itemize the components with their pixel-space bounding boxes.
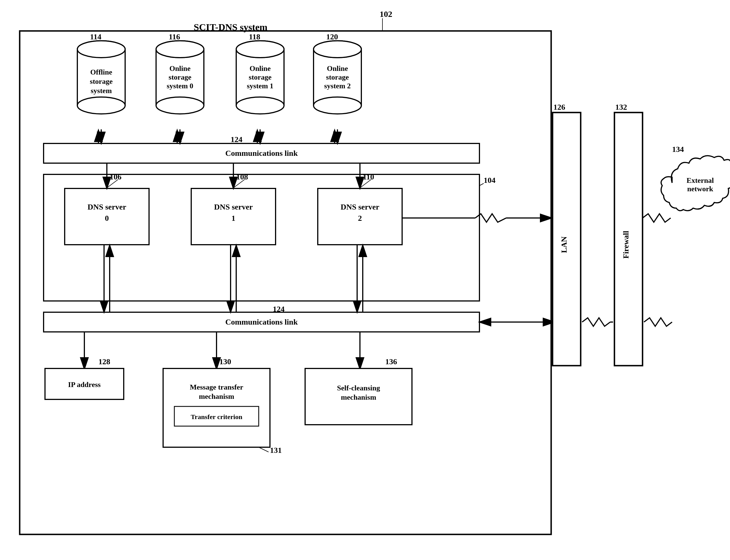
svg-text:116: 116 [169, 32, 180, 41]
svg-rect-109 [552, 113, 581, 366]
svg-text:102: 102 [379, 9, 392, 19]
svg-rect-22 [318, 188, 402, 245]
svg-rect-105 [305, 368, 412, 425]
svg-point-84 [314, 41, 362, 58]
svg-text:0: 0 [105, 214, 109, 222]
svg-text:110: 110 [363, 172, 374, 181]
svg-rect-100 [174, 406, 259, 426]
svg-rect-18 [191, 188, 276, 245]
svg-point-69 [156, 41, 204, 58]
svg-line-120 [360, 179, 371, 188]
svg-rect-94 [45, 368, 124, 399]
svg-text:DNS server: DNS server [87, 203, 126, 211]
title: SCIT-DNS system [0, 0, 0, 0]
svg-text:114: 114 [90, 32, 101, 41]
svg-text:storage: storage [249, 73, 272, 81]
svg-text:104: 104 [484, 176, 495, 185]
svg-text:DNS server: DNS server [214, 203, 253, 211]
svg-text:system: system [91, 87, 112, 95]
svg-text:Self-cleansing: Self-cleansing [337, 384, 380, 392]
svg-text:106: 106 [110, 172, 122, 181]
svg-line-104 [259, 447, 269, 452]
svg-rect-97 [163, 368, 270, 447]
svg-text:120: 120 [326, 32, 338, 41]
svg-point-74 [236, 41, 284, 58]
svg-text:126: 126 [553, 103, 565, 111]
svg-rect-8 [44, 143, 479, 163]
svg-text:network: network [687, 185, 713, 193]
svg-text:Transfer criterion: Transfer criterion [191, 413, 243, 420]
svg-text:system 2: system 2 [324, 82, 351, 90]
svg-line-119 [234, 179, 245, 188]
svg-text:Communications link: Communications link [225, 318, 298, 326]
svg-text:132: 132 [615, 103, 627, 111]
svg-point-53 [77, 41, 125, 58]
svg-text:Message transfer: Message transfer [190, 383, 243, 391]
svg-text:130: 130 [219, 357, 231, 366]
svg-text:LAN: LAN [560, 236, 568, 253]
svg-text:134: 134 [672, 145, 684, 154]
svg-text:124: 124 [231, 135, 243, 144]
svg-text:118: 118 [249, 32, 260, 41]
svg-text:136: 136 [385, 357, 397, 366]
svg-point-88 [314, 97, 362, 114]
svg-text:Online: Online [169, 64, 190, 73]
svg-point-64 [156, 41, 204, 58]
svg-line-121 [479, 183, 484, 186]
svg-point-59 [77, 41, 125, 58]
svg-line-118 [107, 179, 118, 188]
svg-rect-112 [614, 113, 643, 366]
svg-rect-14 [65, 188, 149, 245]
svg-text:108: 108 [236, 172, 248, 181]
svg-rect-12 [44, 174, 479, 301]
svg-text:mechanism: mechanism [341, 393, 376, 401]
svg-point-78 [236, 97, 284, 114]
svg-text:124: 124 [273, 305, 285, 313]
svg-text:131: 131 [270, 446, 282, 455]
svg-text:Communications link: Communications link [225, 149, 298, 158]
svg-text:Online: Online [250, 64, 271, 73]
svg-text:1: 1 [232, 214, 235, 222]
svg-text:Firewall: Firewall [621, 231, 630, 258]
svg-rect-26 [44, 312, 479, 332]
svg-text:External: External [687, 176, 714, 185]
svg-text:storage: storage [169, 73, 192, 81]
svg-text:SCIT-DNS system: SCIT-DNS system [194, 22, 268, 32]
svg-rect-54 [77, 49, 125, 105]
svg-text:2: 2 [358, 214, 362, 222]
svg-rect-4 [20, 31, 551, 534]
svg-point-58 [77, 97, 125, 114]
svg-text:mechanism: mechanism [199, 392, 234, 401]
svg-point-79 [236, 41, 284, 58]
svg-text:storage: storage [90, 77, 113, 86]
svg-text:128: 128 [98, 357, 110, 366]
svg-text:storage: storage [326, 73, 349, 81]
svg-text:Offline: Offline [90, 68, 112, 76]
svg-text:system 0: system 0 [167, 82, 194, 90]
svg-point-89 [314, 41, 362, 58]
svg-point-68 [156, 97, 204, 114]
svg-text:system 1: system 1 [247, 82, 274, 90]
svg-text:IP address: IP address [68, 381, 101, 389]
svg-text:Online: Online [327, 64, 348, 73]
svg-text:DNS server: DNS server [341, 203, 379, 211]
